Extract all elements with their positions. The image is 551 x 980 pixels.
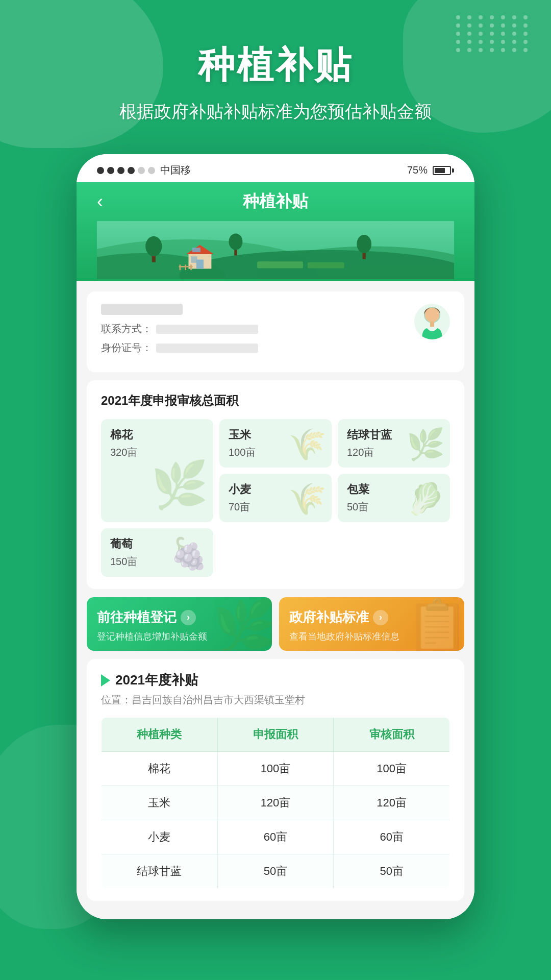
standard-arrow: › [373, 610, 388, 625]
phone-mockup: 中国移 75% ‹ 种植补贴 [77, 154, 474, 919]
register-arrow: › [181, 610, 196, 625]
table-cell-1-1: 120亩 [217, 786, 334, 820]
user-card: 联系方式： 身份证号： [87, 291, 464, 372]
page-title: 种植补贴 [198, 41, 353, 90]
status-right: 75% [407, 164, 454, 176]
status-bar: 中国移 75% [77, 154, 474, 182]
crop-card-wheat: 小麦 70亩 🌾 [219, 474, 332, 522]
table-cell-1-2: 120亩 [334, 786, 450, 820]
register-bg-icon: 🌿 [213, 597, 272, 651]
register-button[interactable]: 前往种植登记 › 登记种植信息增加补贴金额 🌿 [87, 597, 272, 651]
crop-name-cotton: 棉花 [110, 427, 204, 443]
crops-grid: 棉花 320亩 🌿 玉米 100亩 🌾 结球甘蓝 120亩 [101, 419, 450, 577]
crop-card-cotton: 棉花 320亩 🌿 [101, 419, 213, 522]
landscape-illustration [97, 218, 454, 279]
crop-icon-grape: 🍇 [170, 535, 208, 572]
svg-rect-20 [257, 261, 303, 268]
svg-rect-18 [190, 264, 192, 270]
contact-label: 联系方式： [101, 322, 152, 336]
user-contact-row: 联系方式： [101, 322, 414, 336]
svg-point-8 [229, 233, 242, 250]
table-cell-0-0: 棉花 [102, 752, 218, 786]
table-cell-2-0: 小麦 [102, 820, 218, 854]
table-row: 棉花100亩100亩 [102, 752, 450, 786]
table-body: 棉花100亩100亩玉米120亩120亩小麦60亩60亩结球甘蓝50亩50亩 [102, 752, 450, 889]
crop-card-pakchoi: 包菜 50亩 🥬 [338, 474, 450, 522]
area-title: 2021年度申报审核总面积 [101, 393, 450, 409]
table-cell-3-0: 结球甘蓝 [102, 854, 218, 889]
signal-dot-4 [128, 167, 135, 174]
col-reviewed-area: 审核面积 [334, 718, 450, 752]
app-content: 联系方式： 身份证号： [77, 281, 474, 919]
svg-rect-17 [185, 264, 186, 270]
crop-icon-cotton: 🌿 [151, 458, 208, 512]
signal-dot-6 [148, 167, 155, 174]
svg-rect-24 [430, 322, 434, 327]
col-reported-area: 申报面积 [217, 718, 334, 752]
app-header: ‹ 种植补贴 [77, 182, 474, 281]
carrier-label: 中国移 [160, 163, 191, 177]
subsidy-location: 位置：昌吉回族自治州昌吉市大西渠镇玉堂村 [101, 693, 450, 707]
app-header-title: 种植补贴 [243, 190, 308, 213]
area-section: 2021年度申报审核总面积 棉花 320亩 🌿 玉米 100亩 🌾 [87, 380, 464, 589]
subsidy-table: 种植种类 申报面积 审核面积 棉花100亩100亩玉米120亩120亩小麦60亩… [101, 717, 450, 889]
signal-dot-1 [97, 167, 104, 174]
svg-rect-15 [192, 248, 201, 252]
table-cell-0-1: 100亩 [217, 752, 334, 786]
svg-rect-19 [179, 266, 193, 267]
table-cell-3-2: 50亩 [334, 854, 450, 889]
svg-point-10 [357, 235, 371, 253]
user-avatar [414, 304, 450, 339]
crop-icon-corn: 🌾 [288, 426, 327, 462]
crop-icon-pakchoi: 🥬 [407, 481, 445, 517]
table-cell-2-2: 60亩 [334, 820, 450, 854]
crop-card-corn: 玉米 100亩 🌾 [219, 419, 332, 468]
crop-card-grape: 葡萄 150亩 🍇 [101, 528, 213, 577]
signal-dot-2 [107, 167, 114, 174]
page-subtitle: 根据政府补贴补贴标准为您预估补贴金额 [119, 100, 432, 124]
battery-icon [433, 166, 454, 175]
subsidy-triangle-icon [101, 674, 110, 687]
id-label: 身份证号： [101, 341, 152, 355]
subsidy-section: 2021年度补贴 位置：昌吉回族自治州昌吉市大西渠镇玉堂村 种植种类 申报面积 … [87, 659, 464, 901]
battery-percent: 75% [407, 164, 428, 176]
table-row: 小麦60亩60亩 [102, 820, 450, 854]
table-cell-0-2: 100亩 [334, 752, 450, 786]
signal-dot-3 [117, 167, 124, 174]
table-cell-3-1: 50亩 [217, 854, 334, 889]
standard-button[interactable]: 政府补贴标准 › 查看当地政府补贴标准信息 📋 [279, 597, 464, 651]
svg-rect-16 [180, 264, 181, 270]
svg-point-23 [425, 308, 439, 322]
crop-card-cabbage: 结球甘蓝 120亩 🌿 [338, 419, 450, 468]
table-header-row: 种植种类 申报面积 审核面积 [102, 718, 450, 752]
crop-icon-wheat: 🌾 [288, 481, 327, 517]
user-name-blur [101, 304, 183, 315]
table-row: 结球甘蓝50亩50亩 [102, 854, 450, 889]
subsidy-header: 2021年度补贴 [101, 671, 450, 689]
svg-point-6 [145, 236, 162, 256]
user-id-row: 身份证号： [101, 341, 414, 355]
table-cell-1-0: 玉米 [102, 786, 218, 820]
col-crop-type: 种植种类 [102, 718, 218, 752]
crop-icon-cabbage: 🌿 [407, 426, 445, 462]
status-left: 中国移 [97, 163, 191, 177]
signal-dot-5 [138, 167, 145, 174]
table-row: 玉米120亩120亩 [102, 786, 450, 820]
subsidy-year-title: 2021年度补贴 [115, 671, 198, 689]
crop-area-cotton: 320亩 [110, 446, 204, 459]
user-info: 联系方式： 身份证号： [101, 304, 414, 360]
contact-blur [156, 325, 258, 334]
action-row: 前往种植登记 › 登记种植信息增加补贴金额 🌿 政府补贴标准 › 查看当地政府补… [87, 597, 464, 651]
svg-rect-14 [191, 256, 197, 263]
id-blur [156, 344, 258, 353]
svg-rect-21 [308, 262, 344, 268]
svg-rect-13 [196, 260, 204, 269]
back-button[interactable]: ‹ [97, 191, 103, 212]
standard-bg-icon: 📋 [406, 597, 464, 651]
table-cell-2-1: 60亩 [217, 820, 334, 854]
